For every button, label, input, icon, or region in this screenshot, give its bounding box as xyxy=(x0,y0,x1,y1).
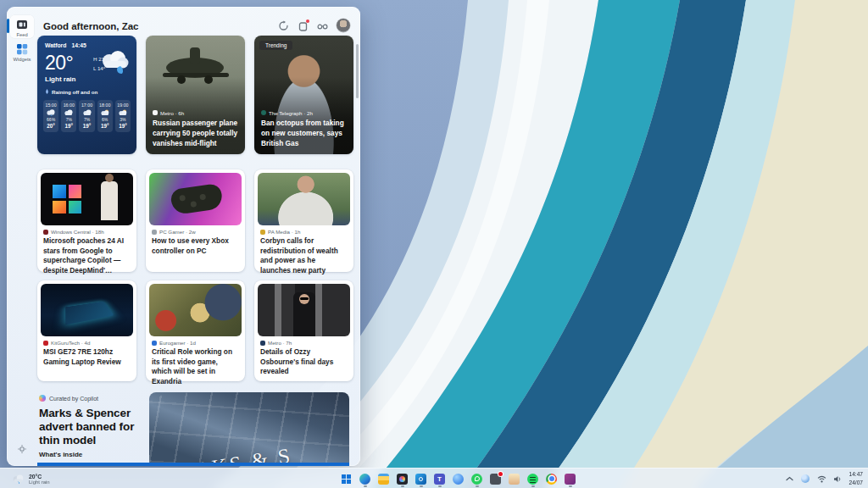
hour-tile[interactable]: 19:00 3% 19° xyxy=(115,100,131,132)
trending-badge: Trending xyxy=(259,41,292,50)
news-meta: PA Media · 1h xyxy=(268,229,300,235)
taskbar-weather-widget[interactable]: 20°C Light rain xyxy=(3,469,58,488)
hour-tile[interactable]: 15:00 66% 20° xyxy=(43,100,58,132)
chrome-icon[interactable] xyxy=(544,471,559,487)
news-meta: Eurogamer · 1d xyxy=(159,340,196,346)
system-tray: 14:47 24/07 xyxy=(784,469,863,488)
news-image-ms-event xyxy=(41,173,133,225)
curated-label: Curated by Copilot xyxy=(49,396,98,402)
tray-date: 24/07 xyxy=(849,479,863,487)
news-meta: Metro · 7h xyxy=(268,340,292,346)
outlook-icon[interactable] xyxy=(414,471,428,487)
news-headline: Details of Ozzy Osbourne's final days re… xyxy=(254,346,353,377)
phone-link-icon[interactable] xyxy=(488,471,503,487)
rail-item-feed[interactable]: Feed xyxy=(10,15,34,38)
news-headline: Russian passenger plane carrying 50 peop… xyxy=(153,118,238,148)
wifi-icon[interactable] xyxy=(816,474,826,484)
source-logo-telegraph xyxy=(261,110,266,115)
photos-icon[interactable] xyxy=(395,471,409,487)
news-meta: PC Gamer · 2w xyxy=(159,229,196,235)
news-meta: Windows Central · 18h xyxy=(51,229,104,235)
rain-cloud-icon xyxy=(97,50,130,75)
news-meta: The Telegraph · 2h xyxy=(269,110,313,116)
news-card-msi-laptop[interactable]: KitGuruTech · 4d MSI GE72 7RE 120hz Gami… xyxy=(37,280,136,381)
raindrop-icon xyxy=(45,89,49,95)
chevron-up-icon[interactable] xyxy=(784,474,794,484)
news-card-ozzy[interactable]: Metro · 7h Details of Ozzy Osbourne's fi… xyxy=(254,280,353,381)
curated-headline[interactable]: Marks & Spencer advert banned for thin m… xyxy=(39,407,149,446)
widgets-icon xyxy=(15,42,29,56)
desktop: Feed Widgets Good afternoon, Zac Watford xyxy=(0,0,868,488)
weather-location: Watford xyxy=(45,42,66,48)
feed-icon xyxy=(15,18,29,31)
source-logo-pc-gamer xyxy=(152,230,157,235)
hour-tile[interactable]: 16:00 7% 19° xyxy=(61,100,76,132)
hourly-forecast: 15:00 66% 20° 16:00 7% 19° 17:00 7% 19° xyxy=(37,95,136,132)
news-card-british-gas[interactable]: Trending The Telegraph · 2h Ban octopus … xyxy=(254,36,353,154)
source-logo-eurogamer xyxy=(152,341,157,346)
rail-feed-label: Feed xyxy=(10,32,34,37)
news-headline: Microsoft poaches 24 AI stars from Googl… xyxy=(37,235,136,275)
rain-icon xyxy=(46,109,56,116)
news-meta: Metro · 6h xyxy=(160,110,184,116)
notepad-icon[interactable] xyxy=(507,471,521,487)
news-card-corbyn[interactable]: PA Media · 1h Corbyn calls for redistrib… xyxy=(254,169,353,272)
panel-scrollbar[interactable] xyxy=(356,44,359,98)
microsoft-logo xyxy=(53,185,81,214)
news-card-microsoft-ai[interactable]: Windows Central · 18h Microsoft poaches … xyxy=(37,169,136,272)
next-card-peek xyxy=(37,463,349,466)
cloud-icon xyxy=(64,109,74,116)
rail-item-widgets[interactable]: Widgets xyxy=(10,42,34,62)
avatar[interactable] xyxy=(337,19,350,32)
file-explorer-icon[interactable] xyxy=(376,471,391,487)
taskbar-app-icons xyxy=(339,469,577,488)
news-image-msi xyxy=(41,284,133,336)
notification-badge xyxy=(498,472,503,476)
greeting-text: Good afternoon, Zac xyxy=(43,21,138,31)
hour-tile[interactable]: 18:00 6% 19° xyxy=(97,100,113,132)
news-image-corbyn xyxy=(258,173,350,225)
curated-image-marks-spencer[interactable]: MARKS & S xyxy=(149,392,349,466)
glasses-icon[interactable] xyxy=(317,20,328,31)
teams-icon[interactable] xyxy=(432,471,447,487)
settings-gear-icon[interactable] xyxy=(17,444,27,454)
weather-alert-text: Raining off and on xyxy=(52,89,97,95)
weather-condition: Light rain xyxy=(37,75,136,83)
whats-inside-label: What's inside xyxy=(39,451,82,458)
widgets-panel: Feed Widgets Good afternoon, Zac Watford xyxy=(7,7,360,466)
start-icon[interactable] xyxy=(339,471,353,487)
source-logo-metro xyxy=(260,341,265,346)
copilot-icon xyxy=(39,395,46,402)
taskbar-clock[interactable]: 14:47 24/07 xyxy=(849,470,863,486)
news-headline: Corbyn calls for redistribution of wealt… xyxy=(254,235,353,275)
news-card-plane[interactable]: Metro · 6h Russian passenger plane carry… xyxy=(146,36,245,154)
news-headline: MSI GE72 7RE 120hz Gaming Laptop Review xyxy=(37,346,136,367)
sun-cloud-icon xyxy=(118,109,128,116)
globe-icon[interactable] xyxy=(800,474,810,484)
curated-by-copilot: Curated by Copilot xyxy=(39,395,98,402)
office-icon[interactable] xyxy=(563,471,577,487)
refresh-icon[interactable] xyxy=(278,20,289,31)
notification-dot xyxy=(306,19,309,23)
whatsapp-icon[interactable] xyxy=(470,471,484,487)
weather-widget-card[interactable]: Watford 14:45 20° H 21° L 14° Light rain… xyxy=(37,36,136,154)
news-headline: Critical Role working on its first video… xyxy=(146,346,245,386)
panel-header-icons xyxy=(278,19,350,32)
notifications-icon[interactable] xyxy=(298,20,309,31)
selected-section-indicator xyxy=(7,19,9,33)
tray-time: 14:47 xyxy=(849,470,863,479)
news-headline: How to use every Xbox controller on PC xyxy=(146,235,245,256)
weather-cloud-icon xyxy=(12,474,25,484)
rail-widgets-label: Widgets xyxy=(10,57,34,62)
volume-icon[interactable] xyxy=(832,474,843,484)
messenger-icon[interactable] xyxy=(451,471,465,487)
source-logo-metro xyxy=(153,110,158,115)
news-card-xbox[interactable]: PC Gamer · 2w How to use every Xbox cont… xyxy=(146,169,245,272)
hour-tile[interactable]: 17:00 7% 19° xyxy=(79,100,94,132)
xbox-controller-shape xyxy=(170,183,224,215)
edge-icon[interactable] xyxy=(358,471,372,487)
news-card-critical-role[interactable]: Eurogamer · 1d Critical Role working on … xyxy=(146,280,245,381)
cloud-icon xyxy=(82,109,92,116)
spotify-icon[interactable] xyxy=(526,471,540,487)
news-image-critical-role xyxy=(149,284,242,336)
